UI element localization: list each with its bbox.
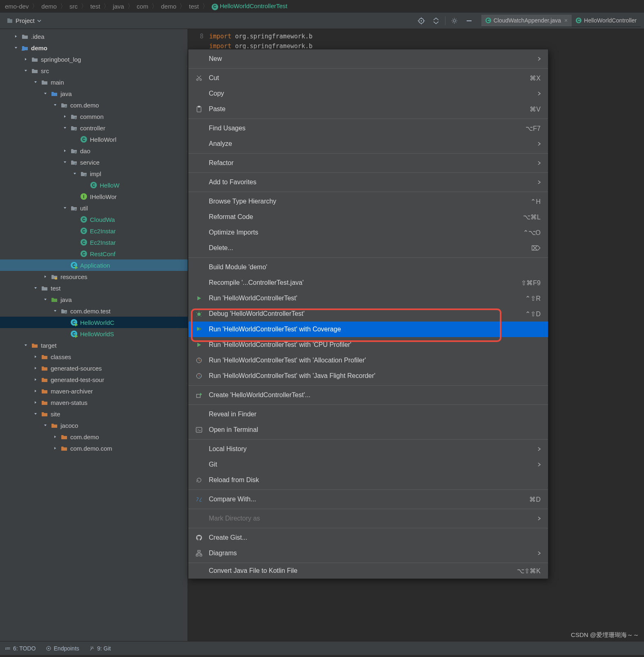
menu-item[interactable]: Add to Favorites (188, 174, 548, 190)
expand-icon[interactable] (62, 149, 68, 153)
expand-icon[interactable] (42, 92, 48, 96)
menu-item[interactable]: Convert Java File to Kotlin File⌥⇧⌘K (188, 565, 548, 577)
tree-node[interactable]: CEc2Instar (0, 237, 188, 248)
expand-icon[interactable] (52, 309, 58, 313)
editor-tab[interactable]: CHelloWorldController (572, 15, 641, 27)
editor-tab[interactable]: CCloudWatchAppender.java× (481, 15, 572, 27)
menu-item[interactable]: Browse Type Hierarchy⌃H (188, 194, 548, 209)
menu-item[interactable]: Cut⌘X (188, 70, 548, 86)
gear-icon[interactable] (449, 15, 460, 27)
tree-node[interactable]: jacoco (0, 420, 188, 431)
breadcrumb-item[interactable]: com (137, 3, 148, 10)
status-git[interactable]: 9: Git (89, 645, 111, 652)
breadcrumb-item[interactable]: demo (41, 3, 57, 10)
menu-item[interactable]: Git (188, 457, 548, 472)
status-todo[interactable]: ≔6: TODO (5, 645, 36, 652)
project-selector[interactable]: Project (3, 16, 45, 25)
tree-node[interactable]: CHelloWorldC (0, 317, 188, 328)
tree-node[interactable]: CHelloW (0, 179, 188, 191)
tree-node[interactable]: src (0, 65, 188, 76)
tree-node[interactable]: java (0, 88, 188, 99)
close-icon[interactable]: × (564, 17, 568, 24)
menu-item[interactable]: Run 'HelloWorldControllerTest' with 'Jav… (188, 368, 548, 384)
expand-icon[interactable] (42, 275, 48, 279)
expand-icon[interactable] (52, 435, 58, 439)
breadcrumb-item[interactable]: CHelloWorldControllerTest (212, 2, 288, 10)
expand-icon[interactable] (33, 400, 38, 404)
menu-item[interactable]: New (188, 51, 548, 67)
tree-node[interactable]: resources (0, 271, 188, 282)
tree-node[interactable]: maven-archiver (0, 385, 188, 397)
tree-node[interactable]: CCloudWa (0, 214, 188, 225)
expand-icon[interactable] (62, 206, 68, 210)
expand-icon[interactable] (62, 114, 68, 118)
tree-node[interactable]: com.demo (0, 99, 188, 111)
menu-item[interactable]: Run 'HelloWorldControllerTest'⌃⇧R (188, 291, 548, 306)
breadcrumb-item[interactable]: emo-dev (5, 3, 29, 10)
code-line[interactable]: 8import org.springframework.b (188, 31, 644, 41)
expand-icon[interactable] (13, 46, 19, 50)
menu-item[interactable]: Paste⌘V (188, 101, 548, 117)
menu-item[interactable]: Create 'HelloWorldControllerTest'... (188, 387, 548, 403)
menu-item[interactable]: Open in Terminal (188, 422, 548, 438)
breadcrumb-item[interactable]: java (113, 3, 124, 10)
expand-icon[interactable] (72, 172, 78, 176)
menu-item[interactable]: Refactor (188, 155, 548, 171)
expand-icon[interactable] (33, 378, 38, 382)
tree-node[interactable]: CEc2Instar (0, 225, 188, 237)
expand-icon[interactable] (52, 446, 58, 450)
expand-icon[interactable] (33, 286, 38, 290)
tree-node[interactable]: CHelloWorl (0, 134, 188, 145)
menu-item[interactable]: Reload from Disk (188, 472, 548, 488)
tree-node[interactable]: service (0, 156, 188, 168)
tree-node[interactable]: target (0, 340, 188, 351)
menu-item[interactable]: Run 'HelloWorldControllerTest' with 'CPU… (188, 337, 548, 353)
tree-node[interactable]: java (0, 294, 188, 305)
breadcrumb-item[interactable]: demo (161, 3, 177, 10)
expand-icon[interactable] (62, 126, 68, 130)
menu-item[interactable]: Create Gist... (188, 530, 548, 545)
menu-item[interactable]: Run 'HelloWorldControllerTest' with Cove… (188, 322, 548, 337)
expand-icon[interactable] (52, 103, 58, 107)
menu-item[interactable]: Run 'HelloWorldControllerTest' with 'All… (188, 353, 548, 368)
menu-item[interactable]: Optimize Imports⌃⌥O (188, 225, 548, 240)
tree-node[interactable]: com.demo.com (0, 442, 188, 454)
tree-node[interactable]: main (0, 76, 188, 88)
menu-item[interactable]: Debug 'HelloWorldControllerTest'⌃⇧D (188, 306, 548, 322)
tree-node[interactable]: classes (0, 351, 188, 362)
breadcrumb-item[interactable]: test (90, 3, 100, 10)
tree-node[interactable]: generated-test-sour (0, 374, 188, 385)
tree-node[interactable]: com.demo.test (0, 305, 188, 317)
expand-icon[interactable] (62, 160, 68, 164)
menu-item[interactable]: Copy (188, 86, 548, 101)
collapse-icon[interactable] (430, 15, 442, 27)
menu-item[interactable]: Reformat Code⌥⌘L (188, 209, 548, 225)
tree-node[interactable]: .idea (0, 31, 188, 42)
menu-item[interactable]: Diagrams (188, 545, 548, 561)
expand-icon[interactable] (33, 412, 38, 416)
expand-icon[interactable] (33, 366, 38, 370)
tree-node[interactable]: util (0, 202, 188, 214)
expand-icon[interactable] (42, 423, 48, 427)
status-endpoints[interactable]: Endpoints (46, 645, 79, 652)
menu-item[interactable]: Build Module 'demo' (188, 259, 548, 275)
expand-icon[interactable] (33, 355, 38, 359)
expand-icon[interactable] (23, 69, 29, 73)
tree-node[interactable]: dao (0, 145, 188, 156)
expand-icon[interactable] (33, 80, 38, 84)
menu-item[interactable]: Local History (188, 441, 548, 457)
tree-node[interactable]: demo (0, 42, 188, 54)
tree-node[interactable]: maven-status (0, 397, 188, 408)
menu-item[interactable]: Find Usages⌥F7 (188, 121, 548, 136)
menu-item[interactable]: Recompile '...ControllerTest.java'⇧⌘F9 (188, 275, 548, 291)
tree-node[interactable]: springboot_log (0, 54, 188, 65)
tree-node[interactable]: CHelloWorldS (0, 328, 188, 340)
breadcrumb[interactable]: emo-dev〉demo〉src〉test〉java〉com〉demo〉test… (0, 0, 644, 13)
tree-node[interactable]: controller (0, 122, 188, 134)
tree-node[interactable]: CRestConf (0, 248, 188, 259)
project-tree[interactable]: .ideademospringboot_logsrcmainjavacom.de… (0, 29, 188, 641)
tree-node[interactable]: generated-sources (0, 362, 188, 374)
tree-node[interactable]: test (0, 282, 188, 294)
expand-icon[interactable] (13, 34, 19, 38)
menu-item[interactable]: Compare With...⌘D (188, 492, 548, 507)
